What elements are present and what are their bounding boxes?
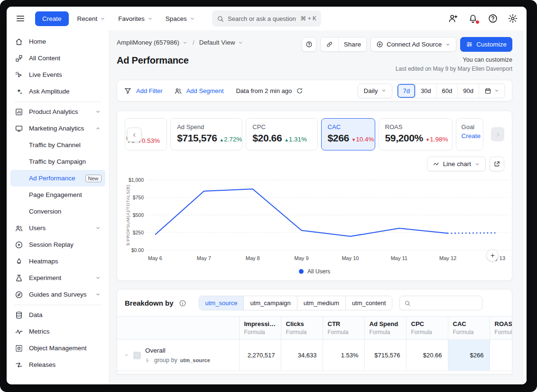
- carousel-prev-button[interactable]: [127, 128, 141, 142]
- column-header-cac[interactable]: CACFormula: [448, 317, 490, 340]
- customize-button[interactable]: Customize: [460, 37, 512, 52]
- breakdown-tab-utm-content[interactable]: utm_content: [345, 296, 392, 310]
- metric-card-cpc[interactable]: CPC$20.66▴1.31%: [246, 118, 317, 150]
- carousel-next-button[interactable]: [491, 127, 504, 141]
- help-icon[interactable]: [488, 13, 498, 24]
- sidebar-item-page-engagement[interactable]: Page Engagement: [10, 187, 105, 203]
- column-header-clicks[interactable]: ClicksFormula: [281, 317, 323, 340]
- column-header-impressi[interactable]: Impressi…Formula: [239, 317, 281, 340]
- breakdown-search-input[interactable]: [415, 299, 478, 307]
- expand-chart-button[interactable]: [490, 157, 504, 171]
- plus-circle-icon: [376, 41, 383, 48]
- add-segment-label: Add Segment: [186, 87, 224, 94]
- cell-roas[interactable]: 59,: [490, 340, 512, 371]
- sidebar-item-session-replay[interactable]: Session Replay: [10, 236, 105, 253]
- y-axis-label: $:PROPSUM(A)/TOTALS(B): [125, 185, 130, 246]
- bell-icon[interactable]: [468, 13, 478, 24]
- sidebar-item-marketing-analytics[interactable]: Marketing Analytics: [10, 120, 105, 137]
- cell-cac[interactable]: $266: [448, 340, 490, 371]
- range-60d[interactable]: 60d: [436, 84, 458, 98]
- menu-favorites-label: Favorites: [118, 15, 145, 22]
- sidebar-item-users[interactable]: Users: [10, 220, 105, 236]
- chart-add-button[interactable]: [486, 249, 499, 261]
- info-icon[interactable]: [179, 299, 186, 307]
- row-checkbox[interactable]: [133, 352, 141, 359]
- breakdown-tab-utm-source[interactable]: utm_source: [199, 296, 244, 310]
- search-input[interactable]: [228, 15, 296, 22]
- create-button[interactable]: Create: [35, 11, 69, 26]
- metric-card-roas[interactable]: ROAS59,200%▾1.98%: [379, 118, 453, 150]
- breakdown-search[interactable]: [399, 296, 482, 310]
- settings-icon[interactable]: [508, 13, 518, 24]
- column-header-ctr[interactable]: CTRFormula: [323, 317, 364, 340]
- breadcrumb-project-label: AmpliMoney (657986): [117, 39, 179, 46]
- sidebar-item-guides-and-surveys[interactable]: Guides and Surveys: [10, 286, 105, 303]
- sidebar-item-heatmaps[interactable]: Heatmaps: [10, 253, 105, 270]
- sidebar-item-object-management[interactable]: Object Management: [10, 340, 105, 356]
- share-button[interactable]: Share: [338, 37, 366, 51]
- sidebar-item-ask-amplitude[interactable]: Ask Amplitude: [10, 83, 105, 100]
- breakdown-tab-utm-medium[interactable]: utm_medium: [297, 296, 345, 310]
- cell-ctr[interactable]: 1.53%: [323, 340, 364, 371]
- sidebar-item-data[interactable]: Data: [10, 307, 105, 323]
- breakdown-table: Impressi…FormulaClicksFormulaCTRFormulaA…: [117, 316, 512, 371]
- chart-type-select[interactable]: Line chart: [427, 157, 486, 171]
- add-user-icon[interactable]: [448, 13, 458, 24]
- check-icon: [135, 353, 140, 358]
- breadcrumb-project[interactable]: AmpliMoney (657986): [117, 39, 188, 46]
- column-header-cpc[interactable]: CPCFormula: [406, 317, 448, 340]
- search-icon: [404, 300, 411, 307]
- column-header-roas[interactable]: ROASFormula: [490, 317, 512, 340]
- hamburger-menu-icon[interactable]: [14, 12, 27, 25]
- sidebar-divider: [14, 305, 102, 305]
- sidebar-item-traffic-by-campaign[interactable]: Traffic by Campaign: [10, 153, 105, 170]
- chevron-down-icon: [474, 161, 480, 167]
- cell-ad-spend[interactable]: $715,576: [364, 340, 406, 371]
- sidebar-item-home[interactable]: Home: [10, 33, 105, 50]
- goal-create-link[interactable]: Create: [462, 132, 478, 140]
- sidebar-item-metrics[interactable]: Metrics: [10, 323, 105, 340]
- interval-select[interactable]: Daily: [358, 84, 392, 98]
- sidebar-item-traffic-by-channel[interactable]: Traffic by Channel: [10, 137, 105, 153]
- sidebar-item-label: Product Analytics: [29, 108, 78, 115]
- group-by-label: group by: [154, 357, 177, 364]
- sidebar-item-conversion[interactable]: Conversion: [10, 203, 105, 220]
- scrollbar[interactable]: [523, 30, 527, 384]
- menu-spaces[interactable]: Spaces: [162, 12, 199, 25]
- line-chart[interactable]: $:PROPSUM(A)/TOTALS(B)$1,000$750$500$250…: [125, 172, 504, 266]
- group-by-value[interactable]: utm_source: [180, 357, 210, 363]
- sidebar-item-experiment[interactable]: Experiment: [10, 270, 105, 286]
- help-button[interactable]: [302, 37, 316, 52]
- range-30d[interactable]: 30d: [415, 84, 436, 98]
- chevron-down-icon: [95, 109, 101, 115]
- row-expand-chevron-icon[interactable]: [124, 353, 129, 358]
- column-header-ad-spend[interactable]: Ad SpendFormula: [364, 317, 406, 340]
- add-filter-button[interactable]: Add Filter: [124, 87, 163, 95]
- menu-recent[interactable]: Recent: [74, 12, 110, 25]
- metric-card-goal[interactable]: GoalCreate: [456, 118, 483, 150]
- global-search[interactable]: ⌘ + K: [212, 10, 321, 27]
- sidebar-item-live-events[interactable]: Live Events: [10, 66, 105, 83]
- row-name: Overall: [145, 347, 210, 354]
- menu-favorites[interactable]: Favorites: [114, 12, 157, 25]
- help-icon: [306, 41, 313, 48]
- sidebar-item-releases[interactable]: Releases: [10, 356, 105, 373]
- breadcrumb-view[interactable]: Default View: [199, 39, 244, 46]
- cell-clicks[interactable]: 34,633: [281, 340, 323, 371]
- metric-card-ad-spend[interactable]: Ad Spend$715,576▴2.72%: [170, 118, 242, 150]
- add-segment-button[interactable]: Add Segment: [174, 87, 224, 95]
- sidebar-item-ad-performance[interactable]: Ad PerformanceNew: [10, 170, 105, 187]
- refresh-icon[interactable]: [296, 87, 303, 94]
- range-90d[interactable]: 90d: [457, 84, 479, 98]
- cell-cpc[interactable]: $20.66: [406, 340, 448, 371]
- connect-ad-source-button[interactable]: Connect Ad Source: [370, 37, 456, 52]
- breakdown-tab-utm-campaign[interactable]: utm_campaign: [243, 296, 296, 310]
- date-picker-button[interactable]: [479, 84, 505, 98]
- sidebar-item-product-analytics[interactable]: Product Analytics: [10, 103, 105, 120]
- chart-legend[interactable]: All Users: [125, 268, 504, 275]
- copy-link-button[interactable]: [321, 37, 338, 51]
- range-7d[interactable]: 7d: [398, 84, 415, 98]
- sidebar-item-all-content[interactable]: All Content: [10, 50, 105, 66]
- metric-card-cac[interactable]: CAC$266▾10.4%: [321, 118, 375, 150]
- cell-impressi[interactable]: 2,270,517: [239, 340, 281, 371]
